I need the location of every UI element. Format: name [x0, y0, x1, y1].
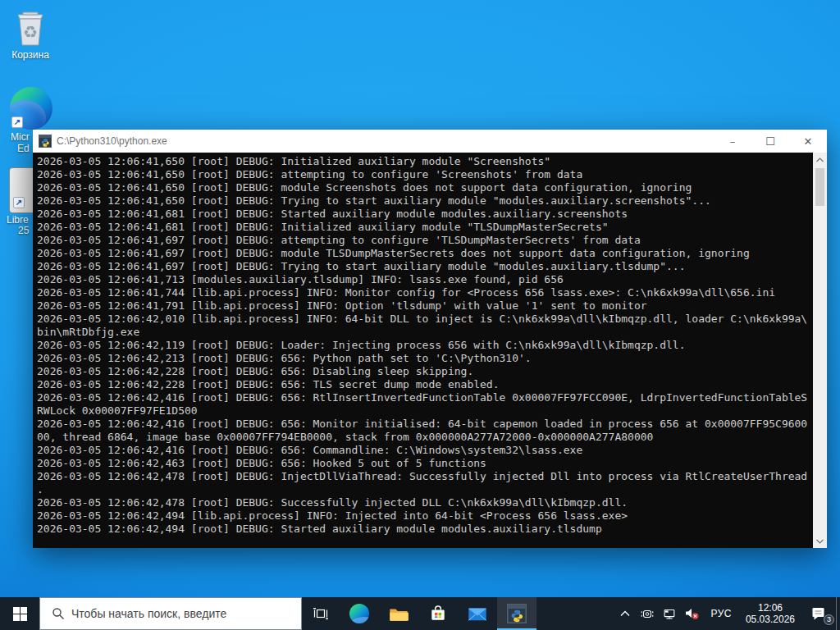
svg-text:♻: ♻ — [23, 23, 38, 41]
action-center-button[interactable]: 3 — [801, 597, 836, 630]
console-log-line: 2026-03-05 12:06:42,213 [root] DEBUG: 65… — [37, 352, 813, 365]
clock[interactable]: 12:06 05.03.2026 — [739, 597, 801, 630]
console-log-line: 2026-03-05 12:06:41,697 [root] DEBUG: Tr… — [37, 260, 813, 273]
console-log-line: bin\mRtDbfjg.exe — [37, 326, 813, 339]
console-log-line: 2026-03-05 12:06:41,650 [root] DEBUG: In… — [37, 155, 813, 168]
console-log-line: 2026-03-05 12:06:42,416 [root] DEBUG: 65… — [37, 391, 813, 404]
maximize-button[interactable]: ☐ — [751, 130, 789, 153]
shortcut-arrow-icon: ↗ — [13, 197, 25, 208]
python-console-icon — [507, 604, 527, 623]
clock-date: 05.03.2026 — [746, 614, 795, 625]
console-log-line: 00, thread 6864, image base 0x00007FF794… — [37, 431, 813, 444]
minimize-button[interactable]: – — [714, 130, 751, 153]
libreoffice-label-line2: 25 — [18, 225, 29, 236]
show-desktop-button[interactable] — [836, 597, 840, 630]
windows-logo-icon — [13, 607, 27, 621]
shortcut-arrow-icon: ↗ — [11, 116, 23, 128]
notification-badge: 3 — [824, 614, 834, 625]
console-log-line: 2026-03-05 12:06:41,713 [modules.auxilia… — [37, 273, 813, 286]
chevron-up-icon — [620, 610, 630, 617]
start-button[interactable] — [0, 597, 39, 630]
language-indicator[interactable]: РУС — [703, 597, 739, 630]
console-log-line: 2026-03-05 12:06:42,416 [root] DEBUG: 65… — [37, 444, 813, 457]
console-log-line: 2026-03-05 12:06:42,478 [root] DEBUG: In… — [37, 470, 813, 483]
console-log-line: 2026-03-05 12:06:42,416 [root] DEBUG: 65… — [37, 418, 813, 431]
close-button[interactable]: ✕ — [789, 130, 827, 153]
taskbar-empty-area — [536, 597, 614, 630]
network-icon — [662, 608, 677, 620]
file-explorer-icon — [389, 606, 409, 622]
console-log-line: 2026-03-05 12:06:42,119 [root] DEBUG: Lo… — [37, 339, 813, 352]
edge-label-line2: Ed — [17, 143, 30, 154]
scrollbar-thumb[interactable] — [815, 168, 824, 206]
search-icon — [52, 607, 65, 620]
console-log-line: 2026-03-05 12:06:41,744 [lib.api.process… — [37, 286, 813, 299]
tray-chevron-button[interactable] — [614, 597, 636, 630]
search-placeholder: Чтобы начать поиск, введите — [71, 607, 226, 620]
taskbar: Чтобы начать поиск, введите — [0, 597, 840, 630]
scroll-up-arrow-icon[interactable] — [813, 153, 827, 167]
console-log-line: 2026-03-05 12:06:42,010 [lib.api.process… — [37, 313, 813, 326]
console-log-line: 2026-03-05 12:06:42,228 [root] DEBUG: 65… — [37, 378, 813, 391]
console-log-line: 2026-03-05 12:06:42,463 [root] DEBUG: 65… — [37, 457, 813, 470]
console-log-line: 2026-03-05 12:06:41,650 [root] DEBUG: mo… — [37, 181, 813, 194]
task-view-icon — [313, 607, 329, 620]
console-log-line: 2026-03-05 12:06:41,681 [root] DEBUG: In… — [37, 221, 813, 234]
taskbar-python-console-button[interactable] — [497, 597, 536, 630]
console-log-line: 2026-03-05 12:06:41,697 [root] DEBUG: mo… — [37, 247, 813, 260]
system-tray: РУС 12:06 05.03.2026 3 — [614, 597, 840, 630]
scroll-down-arrow-icon[interactable] — [813, 534, 827, 548]
console-log-line: RWLock 0x00007FF97FE1D500 — [37, 404, 813, 418]
scrollbar[interactable] — [813, 153, 827, 548]
console-output: 2026-03-05 12:06:41,650 [root] DEBUG: In… — [33, 153, 827, 548]
console-window: C:\Python310\python.exe – ☐ ✕ 2026-03-05… — [33, 130, 827, 548]
edge-icon — [349, 604, 369, 623]
console-log-line: 2026-03-05 12:06:41,650 [root] DEBUG: Tr… — [37, 194, 813, 208]
task-view-button[interactable] — [302, 597, 340, 630]
recycle-bin-icon[interactable]: ♻ — [11, 8, 49, 51]
console-log-line: . — [37, 483, 813, 496]
volume-button[interactable] — [680, 597, 703, 630]
console-log-line: 2026-03-05 12:06:41,791 [lib.api.process… — [37, 299, 813, 313]
python-console-icon — [39, 135, 52, 148]
edge-label-line1: Micr — [11, 131, 30, 143]
taskbar-store-button[interactable] — [418, 597, 458, 630]
recycle-bin-glyph: ♻ — [11, 8, 49, 48]
console-log-line: 2026-03-05 12:06:41,650 [root] DEBUG: at… — [37, 168, 813, 181]
console-log-line: 2026-03-05 12:06:42,228 [root] DEBUG: 65… — [37, 365, 813, 378]
meet-now-button[interactable] — [636, 597, 658, 630]
libreoffice-label-line1: Libre — [7, 214, 29, 226]
console-log-line: 2026-03-05 12:06:42,478 [root] DEBUG: Su… — [37, 496, 813, 509]
meet-now-camera-icon — [640, 608, 655, 620]
microsoft-store-icon — [429, 605, 447, 623]
console-titlebar[interactable]: C:\Python310\python.exe – ☐ ✕ — [33, 130, 827, 153]
volume-muted-icon — [684, 607, 700, 620]
search-input[interactable]: Чтобы начать поиск, введите — [39, 597, 302, 630]
console-log-line: 2026-03-05 12:06:41,681 [root] DEBUG: St… — [37, 208, 813, 221]
clock-time: 12:06 — [746, 602, 795, 614]
mail-icon — [468, 606, 487, 622]
console-log-line: 2026-03-05 12:06:42,494 [root] DEBUG: St… — [37, 523, 813, 536]
console-log-line: 2026-03-05 12:06:41,697 [root] DEBUG: at… — [37, 234, 813, 247]
console-log-line: 2026-03-05 12:06:42,494 [lib.api.process… — [37, 509, 813, 523]
window-title: C:\Python310\python.exe — [57, 135, 714, 147]
taskbar-edge-button[interactable] — [340, 597, 379, 630]
recycle-bin-label: Корзина — [0, 49, 61, 61]
console-log: 2026-03-05 12:06:41,650 [root] DEBUG: In… — [33, 153, 813, 548]
taskbar-mail-button[interactable] — [458, 597, 497, 630]
taskbar-file-explorer-button[interactable] — [379, 597, 418, 630]
network-button[interactable] — [658, 597, 680, 630]
